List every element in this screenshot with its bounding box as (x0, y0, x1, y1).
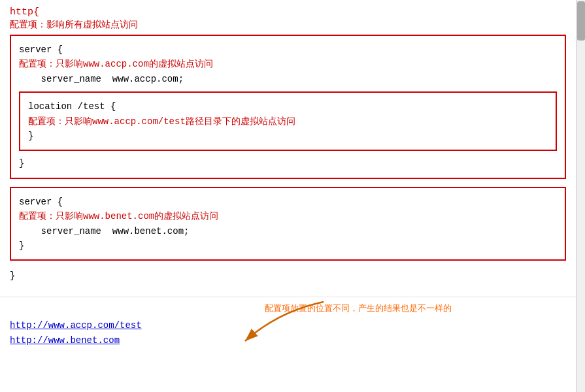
http-comment: 配置项：影响所有虚拟站点访问 (10, 19, 566, 31)
server-comment-benet: 配置项：只影响www.benet.com的虚拟站点访问 (19, 209, 557, 223)
annotation-text: 配置项放置的位置不同，产生的结果也是不一样的 (141, 302, 575, 314)
scrollbar-thumb[interactable] (577, 1, 585, 41)
arrow-icon (226, 299, 356, 351)
bottom-section: 配置项放置的位置不同，产生的结果也是不一样的 http://www.accp.c… (0, 297, 585, 350)
server-close-benet: } (19, 238, 557, 253)
server-block-accp: server { 配置项：只影响www.accp.com的虚拟站点访问 serv… (10, 35, 566, 179)
location-open: location /test { (28, 99, 548, 114)
location-block-accp: location /test { 配置项：只影响www.accp.com/tes… (19, 91, 557, 151)
http-label: http{ (10, 7, 566, 18)
server-open-accp: server { (19, 42, 557, 57)
server-close-accp: } (19, 156, 557, 171)
server-open-benet: server { (19, 195, 557, 209)
server-comment-accp: 配置项：只影响www.accp.com的虚拟站点访问 (19, 57, 557, 71)
http-close: } (10, 269, 566, 283)
location-close: } (28, 129, 548, 143)
scrollbar[interactable] (576, 0, 585, 392)
server-name-benet: server_name www.benet.com; (19, 224, 557, 238)
server-name-accp: server_name www.accp.com; (19, 72, 557, 86)
server-block-benet: server { 配置项：只影响www.benet.com的虚拟站点访问 ser… (10, 187, 566, 261)
location-comment: 配置项：只影响www.accp.com/test路径目录下的虚拟站点访问 (28, 114, 548, 129)
